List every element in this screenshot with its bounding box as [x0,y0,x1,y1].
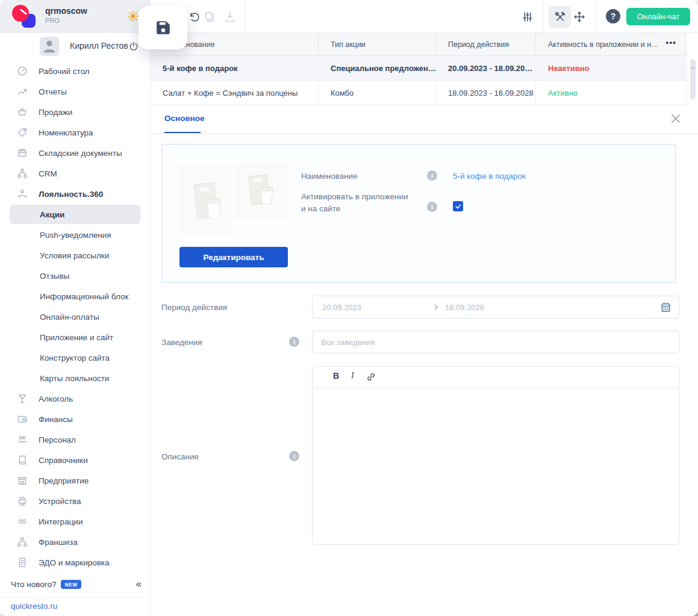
save-button[interactable] [139,6,187,49]
sidebar-item-label: Акции [40,210,64,219]
logout-power-icon[interactable] [128,41,139,52]
table-cell: Комбо [319,81,436,105]
sidebar-item-label: Рабочий стол [39,67,90,76]
filter-sliders-icon[interactable] [522,11,534,23]
sidebar-item-franchise[interactable]: Франшиза [0,532,150,552]
sidebar-item-site-builder[interactable]: Конструктор сайта [0,347,150,368]
sidebar-item-info-block[interactable]: Информационный блок [0,286,150,306]
sidebar-item-devices[interactable]: Устройства [0,491,150,511]
table-row[interactable]: Салат + Кофе = Сэндвич за полценыКомбо18… [151,81,687,105]
promo-image-small[interactable] [235,163,288,220]
status-badge: Неактивно [536,56,687,80]
sidebar-item-edo[interactable]: ЭДО и маркировка [0,552,150,573]
column-header[interactable]: Тип акции [319,33,436,55]
sidebar: qrmoscow PRO Кирилл Рестов Рабочий столО… [0,0,151,616]
help-question-icon[interactable]: ? [606,9,620,23]
column-header[interactable]: Активность в приложении и н…••• [536,33,687,55]
promo-name-link[interactable]: 5-й кофе в подарок [453,172,526,181]
sidebar-item-label: ЭДО и маркировка [39,558,110,567]
sidebar-item-warehouse-docs[interactable]: Складские документы [0,143,150,163]
calendar-icon[interactable] [660,302,672,313]
sidebar-item-reports[interactable]: Отчеты [0,81,150,102]
sidebar-item-label: Карты лояльности [40,374,109,383]
undo-icon[interactable] [188,11,200,23]
save-floppy-icon [154,19,172,37]
sidebar-item-finance[interactable]: Финансы [0,409,150,429]
description-label: Описание [161,452,199,461]
download-icon[interactable] [224,11,236,23]
sidebar-item-label: Приложение и сайт [40,333,113,342]
sidebar-item-app-site[interactable]: Приложение и сайт [0,327,150,347]
online-chat-button[interactable]: Онлайн-чат [626,8,690,25]
info-icon[interactable]: i [427,170,437,181]
basket-icon [17,107,28,117]
sidebar-item-label: Интеграции [39,517,83,526]
sidebar-item-label: Номенклатура [39,128,93,137]
tab-main[interactable]: Основное [164,114,205,123]
column-menu-icon[interactable]: ••• [665,38,676,48]
table-scrollbar[interactable] [690,59,696,99]
tools-icon [554,11,566,23]
sidebar-item-crm[interactable]: CRM [0,163,150,184]
wallet-icon [17,414,28,425]
table-header: НаименованиеТип акцииПериод действияАкти… [151,33,687,56]
copy-icon[interactable] [204,11,216,23]
info-icon[interactable]: i [289,337,299,347]
column-header[interactable]: Период действия [436,33,536,55]
toolbar: ? Онлайн-чат [151,0,698,33]
sidebar-item-label: Устройства [39,497,81,506]
sidebar-item-label: Отчеты [39,87,67,96]
promo-image-large[interactable] [179,164,232,234]
date-from-value[interactable]: 20.09.2023 [322,303,361,312]
sidebar-item-label: Push-уведомления [40,231,111,240]
collapse-sidebar-icon[interactable]: « [136,578,142,590]
tag-icon [17,127,28,138]
sidebar-item-label: Онлайн-оплаты [40,313,99,322]
sidebar-item-integrations[interactable]: Интеграции [0,511,150,532]
doc-icon [17,557,28,568]
sidebar-item-online-payments[interactable]: Онлайн-оплаты [0,306,150,327]
sidebar-item-sales[interactable]: Продажи [0,102,150,122]
table-cell: 18.09.2023 - 16.09.2028 [436,81,536,105]
edit-button[interactable]: Редактировать [179,247,288,267]
link-icon[interactable] [366,372,376,382]
user-row: Кирилл Рестов [0,33,150,61]
sidebar-item-label: Предприятие [39,476,89,485]
sidebar-item-desktop[interactable]: Рабочий стол [0,61,150,81]
sidebar-item-label: Конструктор сайта [40,353,110,362]
period-date-range-input[interactable]: 20.09.2023 18.09.2028 [312,296,679,319]
sidebar-item-push[interactable]: Push-уведомления [0,225,150,245]
date-to-value[interactable]: 18.09.2028 [445,303,484,312]
table-cell: 5-й кофе в подарок [151,56,319,80]
bold-button[interactable]: B [333,371,339,381]
sidebar-item-mailing-terms[interactable]: Условия рассылки [0,245,150,266]
sidebar-item-loyalty-cards[interactable]: Карты лояльности [0,368,150,388]
info-icon[interactable]: i [427,202,437,212]
close-icon[interactable] [669,112,682,125]
activate-checkbox[interactable] [453,201,463,211]
sidebar-item-loyalty360[interactable]: Лояльность.360 [0,184,150,204]
description-editor: B I [312,366,679,545]
theme-sun-icon[interactable] [127,10,139,22]
sidebar-item-enterprise[interactable]: Предприятие [0,470,150,491]
move-icon[interactable] [573,11,585,23]
sidebar-item-references[interactable]: Справочники [0,450,150,470]
sidebar-item-label: Отзывы [40,272,69,281]
table-row[interactable]: 5-й кофе в подарокСпециальное предложен…… [151,56,687,81]
sidebar-item-staff[interactable]: Персонал [0,429,150,450]
sidebar-item-nomenclature[interactable]: Номенклатура [0,122,150,143]
store-icon [17,475,28,486]
sidebar-item-reviews[interactable]: Отзывы [0,266,150,286]
info-icon[interactable]: i [289,451,299,461]
promo-detail-panel: Основное [151,105,698,616]
sidebar-item-promotions[interactable]: Акции [11,204,139,225]
activate-label: Активировать в приложении и на сайте [301,191,413,216]
chevron-right-icon [432,302,440,312]
venues-input[interactable] [312,331,679,353]
italic-button[interactable]: I [351,371,354,381]
footer-divider [0,597,150,597]
quickresto-site-link[interactable]: quickresto.ru [11,602,57,611]
description-textarea[interactable] [313,388,679,544]
whats-new-link[interactable]: Что нового? [11,580,56,589]
sidebar-item-alcohol[interactable]: Алкоголь [0,388,150,409]
